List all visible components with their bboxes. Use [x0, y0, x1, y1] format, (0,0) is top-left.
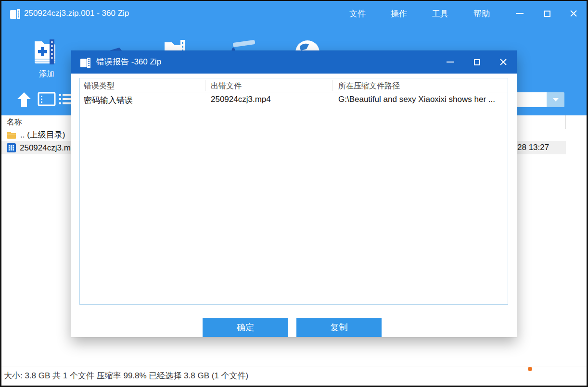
- up-directory-button[interactable]: [16, 91, 32, 108]
- close-icon: [570, 10, 577, 17]
- maximize-icon: [474, 59, 480, 65]
- minimize-button[interactable]: [511, 6, 528, 21]
- notification-dot: [528, 367, 532, 371]
- screen: 250924czj3.zip.001 - 360 Zip 文件 操作 工具 帮助…: [0, 0, 588, 387]
- menu-help[interactable]: 帮助: [472, 7, 492, 20]
- column-header-name[interactable]: 名称: [7, 117, 22, 127]
- list-view-button[interactable]: [59, 92, 72, 107]
- error-column-path[interactable]: 所在压缩文件路径: [338, 81, 400, 91]
- error-column-type[interactable]: 错误类型: [84, 81, 115, 91]
- chevron-down-icon: [553, 98, 559, 101]
- dialog-archive-icon: [79, 56, 92, 69]
- minimize-icon: [447, 62, 454, 62]
- app-archive-icon: [9, 7, 22, 21]
- minimize-icon: [516, 13, 524, 14]
- add-archive-icon: [32, 35, 62, 66]
- column-separator: [565, 115, 566, 129]
- close-icon: [499, 58, 507, 66]
- error-row-type[interactable]: 密码输入错误: [84, 95, 133, 106]
- error-column-file[interactable]: 出错文件: [211, 81, 242, 91]
- media-archive-icon: [7, 143, 16, 152]
- dialog-minimize-button[interactable]: [443, 56, 458, 68]
- header-underline: [80, 92, 508, 92]
- header-separator: [332, 80, 333, 91]
- dialog-close-button[interactable]: [496, 56, 511, 68]
- up-arrow-icon: [16, 91, 32, 108]
- maximize-icon: [544, 11, 550, 17]
- error-list: 错误类型 出错文件 所在压缩文件路径 密码输入错误 250924czj3.mp4…: [79, 78, 508, 305]
- window-title: 250924czj3.zip.001 - 360 Zip: [24, 0, 129, 27]
- view-mode-button[interactable]: [38, 91, 56, 107]
- header-separator: [205, 80, 205, 91]
- statusbar-divider: [1, 366, 587, 366]
- close-button[interactable]: [565, 6, 582, 21]
- maximize-button[interactable]: [539, 6, 555, 21]
- address-dropdown-button[interactable]: [547, 92, 564, 107]
- menu-operation[interactable]: 操作: [389, 7, 409, 20]
- copy-button[interactable]: 复制: [296, 318, 382, 337]
- dialog-titlebar[interactable]: 错误报告 -360 Zip: [71, 50, 517, 74]
- menubar: 文件 操作 工具 帮助: [347, 0, 492, 27]
- list-item-label: .. (上级目录): [20, 129, 65, 140]
- statusbar-text: 大小: 3.8 GB 共 1 个文件 压缩率 99.8% 已经选择 3.8 GB…: [4, 370, 248, 381]
- toolbar-add-label: 添加: [39, 69, 54, 79]
- menu-tools[interactable]: 工具: [430, 7, 450, 20]
- dialog-maximize-button[interactable]: [470, 56, 484, 68]
- file-date-modified: 28 13:27: [517, 141, 549, 154]
- ok-button[interactable]: 确定: [203, 318, 288, 337]
- list-item-parent-directory[interactable]: .. (上级目录): [1, 128, 65, 141]
- folder-icon: [7, 131, 16, 139]
- toolbar-add-button[interactable]: 添加: [32, 35, 62, 79]
- menu-file[interactable]: 文件: [347, 7, 368, 20]
- error-report-dialog: 错误报告 -360 Zip 错误类型 出错文件 所在压缩文件路径 密码输入错误 …: [71, 50, 517, 337]
- error-row-path[interactable]: G:\Beautiful and sexy Xiaoxixi shows her…: [338, 95, 495, 104]
- error-row-file[interactable]: 250924czj3.mp4: [211, 95, 271, 104]
- monitor-icon: [38, 91, 56, 107]
- dialog-title: 错误报告 -360 Zip: [96, 50, 161, 74]
- list-item-archive-file[interactable]: 250924czj3.mp4: [1, 141, 80, 154]
- list-icon: [59, 92, 72, 107]
